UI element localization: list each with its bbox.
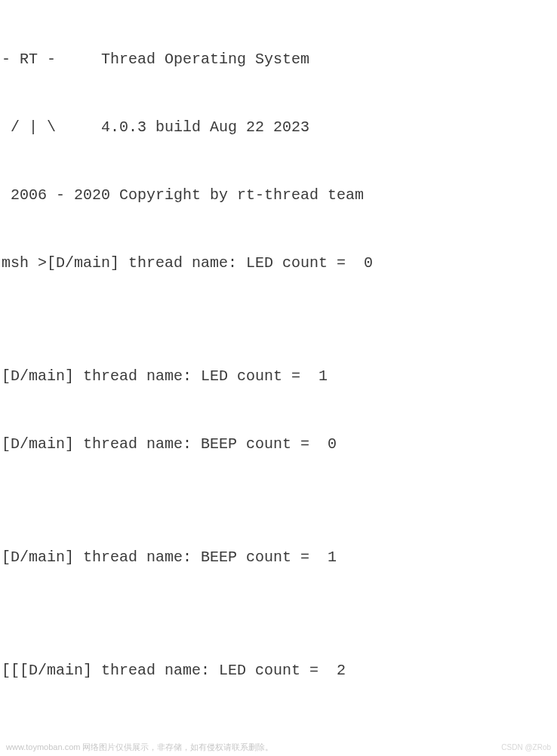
watermark-footer: www.toymoban.com 网络图片仅供展示，非存储，如有侵权请联系删除。… bbox=[0, 741, 557, 754]
console-line: [D/main] thread name: BEEP count = 0 bbox=[2, 433, 555, 456]
console-line: / | \ 4.0.3 build Aug 22 2023 bbox=[2, 116, 555, 139]
watermark-left: www.toymoban.com 网络图片仅供展示，非存储，如有侵权请联系删除。 bbox=[6, 741, 273, 754]
watermark-right: CSDN @ZRob bbox=[501, 742, 551, 753]
console-line: msh >[D/main] thread name: LED count = 0 bbox=[2, 252, 555, 275]
terminal-output: - RT - Thread Operating System / | \ 4.0… bbox=[2, 3, 555, 756]
console-line: [[[D/main] thread name: LED count = 2 bbox=[2, 659, 555, 682]
console-line: [D/main] thread name: LED count = 1 bbox=[2, 365, 555, 388]
console-line: [D/main] thread name: BEEP count = 1 bbox=[2, 546, 555, 569]
console-line: - RT - Thread Operating System bbox=[2, 48, 555, 71]
console-line: 2006 - 2020 Copyright by rt-thread team bbox=[2, 184, 555, 207]
